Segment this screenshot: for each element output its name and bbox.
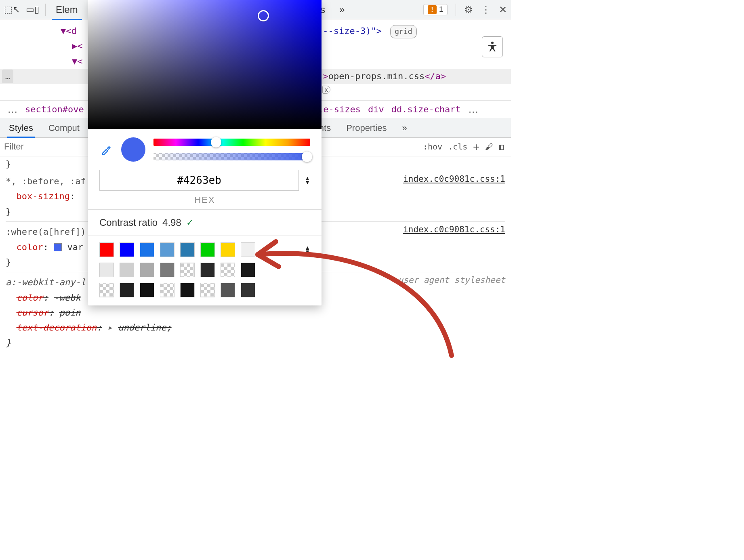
ellipsis-chip[interactable]: … (2, 69, 13, 83)
palette-swatch[interactable] (120, 242, 134, 257)
device-toggle-icon[interactable]: ▭▯ (26, 4, 39, 15)
color-picker: ▲▼ HEX Contrast ratio 4.98 ✓ ▲▼ (88, 0, 322, 305)
toggle-sidebar-icon[interactable]: ◧ (499, 142, 504, 152)
separator (456, 4, 456, 16)
palette: ▲▼ (88, 236, 322, 305)
palette-swatch[interactable] (140, 263, 154, 277)
css-prop: text-decoration (17, 322, 97, 333)
close-icon[interactable]: ✕ (499, 4, 507, 15)
contrast-label: Contrast ratio (99, 217, 158, 228)
svg-point-0 (491, 42, 494, 44)
breadcrumb-overflow-right[interactable]: … (468, 103, 479, 116)
hex-input[interactable] (99, 170, 299, 191)
check-icon: ✓ (186, 217, 193, 228)
tab-elements[interactable]: Elem (52, 4, 82, 15)
inspect-icon[interactable]: ⬚↖ (4, 4, 20, 15)
css-prop: box-sizing (17, 191, 70, 201)
palette-swatch[interactable] (200, 283, 215, 297)
spectrum-handle[interactable] (258, 10, 269, 21)
palette-swatch[interactable] (221, 263, 235, 277)
gear-icon[interactable]: ⚙ (464, 4, 473, 15)
palette-swatch[interactable] (241, 263, 255, 277)
close-pill[interactable]: x (322, 86, 330, 94)
css-value: poin (59, 307, 80, 318)
palette-swatch[interactable] (200, 242, 215, 257)
eyedropper-icon[interactable] (99, 143, 113, 156)
cls-button[interactable]: .cls (448, 142, 467, 152)
ua-stylesheet-label: user agent stylesheet (398, 273, 505, 288)
dom-node[interactable]: ▼<d (61, 26, 77, 36)
breadcrumb-item[interactable]: section#ove (25, 104, 84, 114)
breadcrumb-item[interactable]: div (368, 104, 384, 114)
css-value: var (67, 242, 83, 252)
palette-swatch[interactable] (221, 242, 235, 257)
palette-swatch[interactable] (241, 283, 255, 297)
palette-swatch[interactable] (241, 242, 255, 257)
kebab-icon[interactable]: ⋮ (481, 4, 491, 15)
palette-swatch[interactable] (180, 263, 195, 277)
breadcrumb-overflow-left[interactable]: … (7, 103, 18, 116)
palette-swatch[interactable] (160, 283, 174, 297)
contrast-ratio-row[interactable]: Contrast ratio 4.98 ✓ (88, 209, 322, 236)
hov-button[interactable]: :hov (423, 142, 442, 152)
alpha-handle[interactable] (302, 152, 312, 162)
separator (45, 4, 46, 16)
tab-more[interactable]: » (400, 120, 408, 137)
palette-swatch[interactable] (99, 242, 114, 257)
issues-badge[interactable]: ! 1 (423, 4, 448, 15)
selector: :where(a[href]) (6, 227, 86, 237)
hue-slider[interactable] (153, 139, 310, 146)
grid-chip[interactable]: grid (390, 25, 416, 38)
palette-spinner[interactable]: ▲▼ (305, 246, 310, 254)
palette-swatch[interactable] (160, 263, 174, 277)
source-link[interactable]: index.c0c9081c.css:1 (403, 172, 505, 187)
css-prop: color (17, 293, 43, 303)
palette-swatch[interactable] (120, 263, 134, 277)
accessibility-button[interactable] (482, 36, 503, 57)
palette-swatch[interactable] (99, 283, 114, 297)
css-value: underline; (118, 322, 171, 333)
current-color-circle (121, 137, 145, 162)
contrast-value: 4.98 (162, 217, 181, 228)
selector: *, :before, :af (6, 176, 86, 186)
tab-computed[interactable]: Comput (47, 120, 81, 137)
palette-swatch[interactable] (160, 242, 174, 257)
format-spinner[interactable]: ▲▼ (305, 176, 310, 184)
dom-node[interactable]: ▼< (72, 56, 83, 66)
paint-icon[interactable]: 🖌 (485, 142, 493, 152)
color-swatch[interactable] (54, 243, 62, 251)
palette-swatch[interactable] (99, 263, 114, 277)
new-rule-button[interactable]: + (473, 141, 479, 153)
source-link[interactable]: index.c0c9081c.css:1 (403, 223, 505, 237)
palette-swatch[interactable] (180, 242, 195, 257)
tab-properties[interactable]: Properties (345, 120, 388, 137)
breadcrumb-item[interactable]: dd.size-chart (391, 104, 461, 114)
issues-count: 1 (439, 5, 443, 14)
spectrum-area[interactable] (88, 0, 322, 129)
hue-handle[interactable] (211, 137, 221, 147)
alpha-slider[interactable] (153, 153, 310, 160)
palette-swatch[interactable] (180, 283, 195, 297)
palette-swatch[interactable] (221, 283, 235, 297)
palette-swatch[interactable] (200, 263, 215, 277)
link-text: open-props.min.css (328, 71, 425, 81)
dom-node[interactable]: ▶< (72, 41, 83, 51)
css-value: -webk (54, 293, 80, 303)
color-format-label: HEX (88, 195, 322, 209)
expand-icon[interactable]: ▸ (107, 322, 113, 333)
tab-styles[interactable]: Styles (7, 120, 35, 137)
selector: a:-webkit-any-l (6, 277, 86, 287)
close-tag: </a> (425, 71, 446, 81)
palette-swatch[interactable] (140, 242, 154, 257)
palette-swatch[interactable] (120, 283, 134, 297)
css-prop: color (17, 242, 43, 252)
warning-icon: ! (428, 5, 437, 14)
css-prop: cursor (17, 307, 48, 318)
tab-overflow[interactable]: » (335, 4, 349, 15)
palette-swatch[interactable] (140, 283, 154, 297)
